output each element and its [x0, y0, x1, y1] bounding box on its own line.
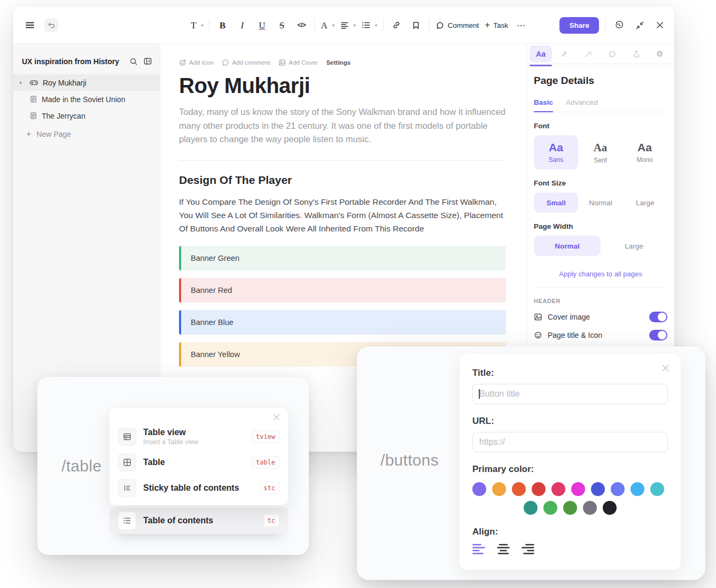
sidebar-item-the-jerrycan[interactable]: The Jerrycan [13, 107, 160, 124]
new-page-button[interactable]: + New Page [26, 129, 160, 139]
font-label: Font [534, 122, 667, 130]
toolbar-divider [209, 19, 209, 31]
add-icon-button[interactable]: Add Icon [179, 59, 213, 66]
section-heading: Design Of The Player [179, 174, 506, 187]
font-size-normal[interactable]: Normal [578, 192, 622, 213]
panel-title: Page Details [534, 75, 667, 87]
shortcut-chip: table [252, 456, 279, 469]
document-icon [29, 95, 37, 103]
magic-wand-icon[interactable] [584, 50, 593, 58]
task-label: Task [493, 21, 508, 29]
button-title-input[interactable] [472, 384, 668, 404]
cover-image-toggle[interactable] [649, 312, 667, 322]
comment-button[interactable]: Comment [435, 21, 479, 30]
align-label: Align: [472, 527, 668, 537]
text-style-dropdown[interactable]: T ▾ [191, 21, 203, 30]
tab-typography[interactable]: Aa [530, 45, 552, 63]
font-size-large[interactable]: Large [623, 192, 667, 213]
image-icon [534, 313, 542, 321]
color-swatch[interactable] [543, 501, 557, 515]
share-button[interactable]: Share [559, 17, 599, 34]
minimize-button[interactable] [633, 18, 647, 32]
italic-button[interactable]: I [235, 18, 249, 32]
page-title-icon-toggle[interactable] [649, 330, 667, 341]
undo-button[interactable] [44, 18, 58, 32]
more-button[interactable]: ⋯ [514, 18, 528, 32]
add-task-button[interactable]: + Task [485, 20, 508, 30]
color-swatch[interactable] [631, 482, 644, 496]
toc-icon [118, 512, 136, 530]
comment-bubble-icon[interactable] [608, 50, 617, 58]
table-command-menu: Table view Insert a Table view tview Tab… [110, 408, 288, 534]
collapse-sidebar-icon[interactable] [143, 57, 152, 66]
color-swatch[interactable] [591, 482, 605, 496]
color-swatch[interactable] [603, 501, 617, 515]
bold-button[interactable]: B [215, 18, 229, 32]
code-button[interactable]: </> [294, 18, 308, 32]
tab-basic[interactable]: Basic [534, 98, 553, 112]
add-cover-button[interactable]: Add Cover [278, 59, 317, 66]
color-swatch[interactable] [571, 482, 585, 496]
font-option-mono[interactable]: Aa Mono [622, 135, 667, 169]
link-button[interactable] [390, 18, 403, 32]
tab-advanced[interactable]: Advanced [566, 98, 598, 112]
doc-header-actions: Add Icon Add comment Add Cover Settings [179, 59, 506, 66]
list-dropdown[interactable]: ▾ [362, 21, 377, 29]
bookmark-button[interactable] [409, 18, 423, 32]
history-button[interactable] [612, 18, 626, 32]
menu-hamburger-icon[interactable] [23, 18, 37, 32]
slash-command-text: /buttons [380, 451, 439, 469]
button-settings-card: Title: URL: Primary color: Align: [460, 354, 681, 570]
font-option-serif[interactable]: Aa Serif [578, 135, 622, 169]
menu-item-sticky-toc[interactable]: Sticky table of contents stc [110, 475, 288, 501]
gear-icon[interactable]: ⚙ [656, 49, 663, 59]
color-swatch[interactable] [524, 501, 538, 515]
sidebar-item-made-in-the-soviet-union[interactable]: Made in the Soviet Union [13, 91, 160, 107]
color-swatch[interactable] [532, 482, 546, 496]
doc-settings-button[interactable]: Settings [326, 59, 351, 66]
menu-item-table[interactable]: Table table [110, 450, 288, 475]
color-swatch[interactable] [650, 482, 664, 496]
strikethrough-button[interactable]: S [275, 18, 289, 32]
color-swatch[interactable] [472, 482, 486, 496]
align-left-option[interactable] [472, 544, 485, 554]
page-width-options: Normal Large [534, 236, 667, 256]
color-swatch[interactable] [563, 501, 577, 515]
menu-item-toc[interactable]: Table of contents tc [110, 507, 288, 534]
color-swatch[interactable] [611, 482, 625, 496]
button-url-input[interactable] [472, 432, 668, 452]
export-icon[interactable] [632, 50, 641, 58]
color-swatch-row-1 [472, 482, 668, 496]
image-icon [278, 59, 286, 66]
search-icon[interactable] [129, 57, 138, 66]
page-width-normal[interactable]: Normal [534, 236, 601, 256]
document-icon [29, 112, 37, 120]
link-icon [392, 20, 401, 30]
banner-blue[interactable]: Banner Blue [179, 310, 506, 335]
close-icon[interactable] [273, 413, 281, 421]
font-option-sans[interactable]: Aa Sans [534, 135, 578, 169]
font-size-small[interactable]: Small [534, 192, 578, 213]
shortcut-chip: tview [252, 430, 279, 443]
apply-all-pages-link[interactable]: Apply changes to all pages [534, 270, 667, 278]
color-swatch[interactable] [512, 482, 526, 496]
color-swatch[interactable] [492, 482, 506, 496]
add-comment-button[interactable]: Add comment [222, 59, 270, 66]
toolbar-divider [605, 19, 606, 31]
sidebar-item-roy-mukharji[interactable]: ▸ Roy Mukharji [13, 74, 160, 91]
page-width-large[interactable]: Large [601, 236, 667, 256]
underline-button[interactable]: U [255, 18, 269, 32]
align-dropdown[interactable]: ▾ [340, 21, 356, 29]
expand-caret-icon[interactable]: ▸ [20, 80, 25, 85]
color-swatch[interactable] [583, 501, 597, 515]
font-color-dropdown[interactable]: A ▾ [321, 21, 334, 30]
transfer-arrows-icon[interactable] [560, 50, 569, 58]
banner-red[interactable]: Banner Red [179, 278, 506, 303]
banner-green[interactable]: Banner Green [179, 246, 506, 270]
align-center-option[interactable] [497, 544, 510, 554]
close-button[interactable] [653, 18, 667, 32]
close-icon[interactable] [661, 363, 670, 373]
menu-item-table-view[interactable]: Table view Insert a Table view tview [110, 424, 288, 450]
align-right-option[interactable] [522, 544, 534, 554]
color-swatch[interactable] [551, 482, 565, 496]
